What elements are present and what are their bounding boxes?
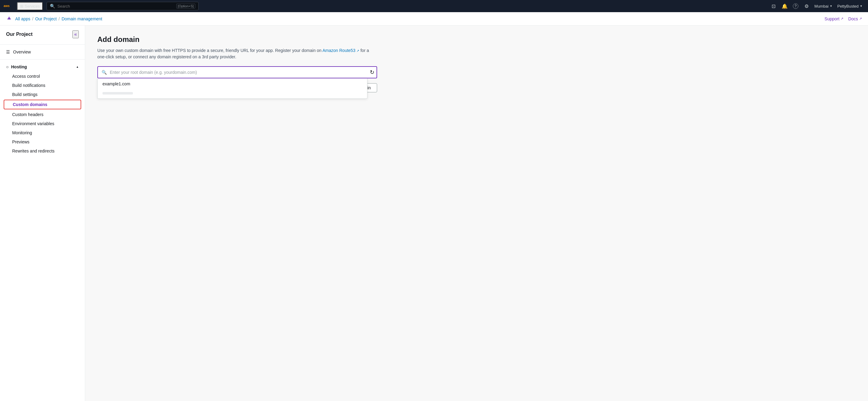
- sidebar-item-monitoring[interactable]: Monitoring: [0, 128, 85, 137]
- dropdown-item-example1[interactable]: example1.com: [98, 78, 367, 89]
- sidebar-item-label: Custom domains: [13, 102, 48, 107]
- sidebar-overview-label: Overview: [13, 49, 31, 55]
- chevron-down-icon: ▼: [860, 5, 863, 8]
- breadcrumb-current: Domain management: [61, 16, 102, 21]
- breadcrumb-project[interactable]: Our Project: [35, 16, 57, 21]
- app-layout: Our Project « ☰ Overview ○ Hosting ▲ Acc…: [0, 26, 868, 401]
- services-label: Services: [25, 4, 40, 8]
- add-domain-description: Use your own custom domain with free HTT…: [97, 47, 371, 60]
- region-label: Mumbai: [814, 4, 829, 8]
- sidebar-item-label: Environment variables: [12, 121, 55, 126]
- breadcrumb-actions: Support ↗ Docs ↗: [825, 16, 862, 21]
- user-menu[interactable]: PettyBusted ▼: [835, 3, 864, 10]
- domain-input-box: 🔍: [97, 66, 368, 78]
- breadcrumb: All apps / Our Project / Domain manageme…: [6, 15, 102, 23]
- global-search-bar: 🔍 [Option+S]: [46, 2, 198, 10]
- chevron-up-icon: ▲: [76, 65, 79, 68]
- search-shortcut: [Option+S]: [177, 4, 195, 8]
- route53-link-text: Amazon Route53: [322, 48, 355, 53]
- search-icon: 🔍: [101, 70, 107, 75]
- username-label: PettyBusted: [837, 4, 859, 8]
- external-link-icon: ↗: [859, 17, 862, 21]
- breadcrumb-bar: All apps / Our Project / Domain manageme…: [0, 12, 868, 26]
- dropdown-redacted-text: [102, 92, 133, 95]
- search-icon: 🔍: [50, 4, 55, 8]
- aws-logo[interactable]: aws: [4, 3, 13, 9]
- search-input[interactable]: [58, 4, 174, 8]
- top-navigation: aws ⊞ Services 🔍 [Option+S] ⊡ 🔔 ? ⚙ Mumb…: [0, 0, 868, 12]
- sidebar-item-label: Build settings: [12, 92, 37, 97]
- region-selector[interactable]: Mumbai ▼: [813, 3, 834, 10]
- sidebar-hosting-label: Hosting: [11, 64, 27, 69]
- refresh-icon: ↻: [370, 69, 374, 76]
- description-text-1: Use your own custom domain with free HTT…: [97, 48, 322, 53]
- sidebar-item-access-control[interactable]: Access control: [0, 72, 85, 81]
- amplify-logo-icon: [6, 15, 12, 23]
- services-menu-button[interactable]: ⊞ Services: [17, 2, 43, 10]
- sidebar-item-build-notifications[interactable]: Build notifications: [0, 81, 85, 90]
- sidebar-item-label: Previews: [12, 139, 30, 144]
- sidebar-divider-1: [0, 44, 85, 45]
- sidebar-divider-2: [0, 59, 85, 60]
- breadcrumb-all-apps[interactable]: All apps: [15, 16, 30, 21]
- main-content: Add domain Use your own custom domain wi…: [85, 26, 868, 401]
- sidebar-item-overview[interactable]: ☰ Overview: [0, 47, 85, 57]
- domain-input[interactable]: [110, 70, 364, 75]
- sidebar-item-label: Monitoring: [12, 130, 32, 135]
- docs-link[interactable]: Docs ↗: [848, 16, 862, 21]
- nav-icon-group: ⊡ 🔔 ? ⚙ Mumbai ▼ PettyBusted ▼: [769, 1, 864, 11]
- breadcrumb-separator-1: /: [32, 16, 33, 21]
- hosting-icon: ○: [6, 64, 8, 69]
- domain-search-wrapper: 🔍 ↻ example1.com: [97, 66, 377, 78]
- gear-icon: ⚙: [804, 3, 809, 9]
- dropdown-item-text: example1.com: [102, 81, 130, 86]
- overview-icon: ☰: [6, 49, 10, 55]
- domain-dropdown: example1.com: [97, 78, 367, 99]
- refresh-button[interactable]: ↻: [367, 66, 377, 78]
- sidebar-collapse-button[interactable]: «: [72, 30, 79, 38]
- sidebar-hosting-header[interactable]: ○ Hosting ▲: [0, 62, 85, 72]
- chevron-down-icon: ▼: [830, 5, 832, 8]
- terminal-icon-button[interactable]: ⊡: [769, 1, 779, 11]
- breadcrumb-separator-2: /: [59, 16, 60, 21]
- sidebar-project-title: Our Project: [6, 32, 33, 37]
- sidebar-item-custom-headers[interactable]: Custom headers: [0, 110, 85, 119]
- bell-icon-button[interactable]: 🔔: [780, 1, 789, 11]
- bell-icon: 🔔: [782, 3, 788, 9]
- sidebar-item-previews[interactable]: Previews: [0, 137, 85, 146]
- sidebar-item-label: Access control: [12, 74, 40, 79]
- svg-text:aws: aws: [4, 4, 10, 8]
- question-icon: ?: [793, 3, 798, 9]
- sidebar-item-build-settings[interactable]: Build settings: [0, 90, 85, 99]
- sidebar-item-rewrites-redirects[interactable]: Rewrites and redirects: [0, 146, 85, 156]
- terminal-icon: ⊡: [772, 3, 776, 9]
- sidebar-item-label: Rewrites and redirects: [12, 148, 55, 154]
- collapse-icon: «: [74, 32, 77, 37]
- sidebar-item-custom-domains[interactable]: Custom domains: [4, 100, 81, 109]
- page-title: Add domain: [97, 35, 856, 44]
- sidebar-item-environment-variables[interactable]: Environment variables: [0, 119, 85, 128]
- sidebar-item-label: Custom headers: [12, 112, 43, 117]
- grid-icon: ⊞: [20, 4, 23, 8]
- settings-icon-button[interactable]: ⚙: [802, 1, 811, 11]
- external-link-icon: ↗: [841, 17, 843, 21]
- sidebar-item-label: Build notifications: [12, 83, 45, 88]
- external-link-icon: ↗: [356, 49, 359, 53]
- help-icon-button[interactable]: ?: [791, 1, 801, 11]
- support-link[interactable]: Support ↗: [825, 16, 843, 21]
- sidebar-header: Our Project «: [0, 30, 85, 42]
- sidebar: Our Project « ☰ Overview ○ Hosting ▲ Acc…: [0, 26, 85, 401]
- dropdown-sub-text-area: [98, 89, 367, 98]
- route53-link[interactable]: Amazon Route53 ↗: [322, 48, 361, 53]
